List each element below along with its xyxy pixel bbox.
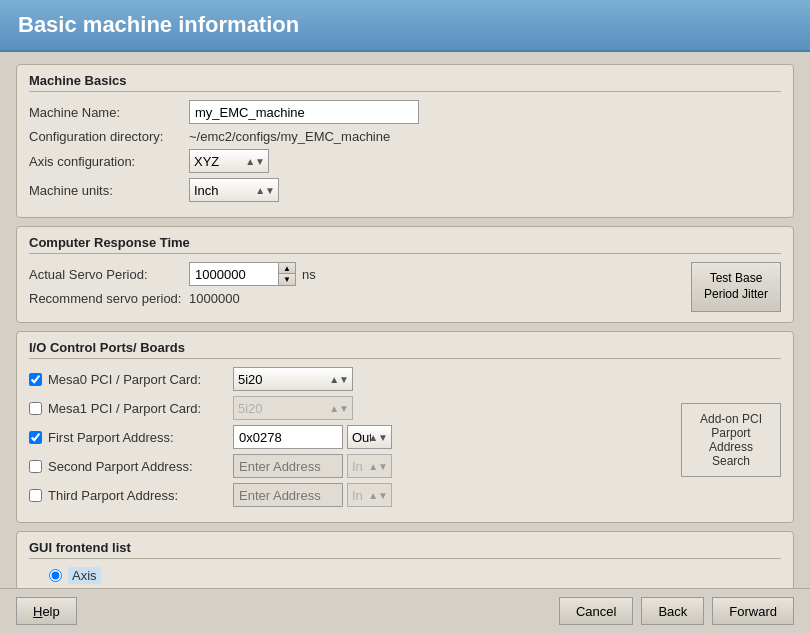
help-label-rest: elp <box>42 604 59 619</box>
machine-units-select[interactable]: Inch mm <box>189 178 279 202</box>
io-control-title: I/O Control Ports/ Boards <box>29 340 781 359</box>
ns-label: ns <box>302 267 316 282</box>
machine-basics-title: Machine Basics <box>29 73 781 92</box>
addon-pci-button[interactable]: Add-on PCIParportAddressSearch <box>681 403 781 477</box>
axis-config-label: Axis configuration: <box>29 154 189 169</box>
first-parport-direction-container: Out In ▲▼ <box>347 425 392 449</box>
machine-units-label: Machine units: <box>29 183 189 198</box>
first-parport-direction-select-container: Out In ▲▼ <box>347 425 392 449</box>
io-control-section: I/O Control Ports/ Boards Mesa0 PCI / Pa… <box>16 331 794 523</box>
machine-name-row: Machine Name: <box>29 100 781 124</box>
actual-servo-spinner-buttons: ▲ ▼ <box>279 262 296 286</box>
mesa0-select-container: 5i20 7i43 5i23 ▲▼ <box>233 367 353 391</box>
back-button[interactable]: Back <box>641 597 704 625</box>
second-parport-checkbox[interactable] <box>29 460 42 473</box>
mesa1-select[interactable]: 5i20 7i43 <box>233 396 353 420</box>
io-section-inner: Mesa0 PCI / Parport Card: 5i20 7i43 5i23… <box>29 367 781 512</box>
back-label: Back <box>658 604 687 619</box>
recommend-servo-value: 1000000 <box>189 291 240 306</box>
second-parport-row: Second Parport Address: In Out ▲▼ <box>29 454 671 478</box>
first-parport-checkbox[interactable] <box>29 431 42 444</box>
bottom-right-buttons: Cancel Back Forward <box>559 597 794 625</box>
computer-response-left: Actual Servo Period: ▲ ▼ ns Recommend se… <box>29 262 691 311</box>
config-dir-label: Configuration directory: <box>29 129 189 144</box>
recommend-servo-label: Recommend servo period: <box>29 291 189 306</box>
title-bar: Basic machine information <box>0 0 810 52</box>
computer-response-title: Computer Response Time <box>29 235 781 254</box>
third-parport-direction-select[interactable]: In Out <box>347 483 392 507</box>
first-parport-address-input[interactable] <box>233 425 343 449</box>
axis-config-select[interactable]: XYZ XYZA XZ XYZU <box>189 149 269 173</box>
page-title: Basic machine information <box>18 12 299 37</box>
mesa1-row: Mesa1 PCI / Parport Card: 5i20 7i43 ▲▼ <box>29 396 671 420</box>
cancel-label: Cancel <box>576 604 616 619</box>
third-parport-direction-select-container: In Out ▲▼ <box>347 483 392 507</box>
first-parport-row: First Parport Address: Out In ▲▼ <box>29 425 671 449</box>
third-parport-direction-container: In Out ▲▼ <box>347 483 392 507</box>
forward-label: Forward <box>729 604 777 619</box>
second-parport-direction-container: In Out ▲▼ <box>347 454 392 478</box>
second-parport-address-input[interactable] <box>233 454 343 478</box>
gui-frontend-title: GUI frontend list <box>29 540 781 559</box>
addon-pci-label: Add-on PCIParportAddressSearch <box>700 412 762 468</box>
recommend-servo-row: Recommend servo period: 1000000 <box>29 291 691 306</box>
mesa1-label: Mesa1 PCI / Parport Card: <box>48 401 233 416</box>
actual-servo-input[interactable] <box>189 262 279 286</box>
io-section-left: Mesa0 PCI / Parport Card: 5i20 7i43 5i23… <box>29 367 671 512</box>
mesa0-checkbox[interactable] <box>29 373 42 386</box>
first-parport-direction-select[interactable]: Out In <box>347 425 392 449</box>
gui-frontend-section: GUI frontend list Axis TKemc Mini Touchy <box>16 531 794 588</box>
machine-basics-section: Machine Basics Machine Name: Configurati… <box>16 64 794 218</box>
third-parport-label: Third Parport Address: <box>48 488 233 503</box>
gui-axis-radio[interactable] <box>49 569 62 582</box>
actual-servo-row: Actual Servo Period: ▲ ▼ ns <box>29 262 691 286</box>
gui-axis-row: Axis <box>49 567 781 584</box>
third-parport-checkbox[interactable] <box>29 489 42 502</box>
computer-response-section: Computer Response Time Actual Servo Peri… <box>16 226 794 323</box>
first-parport-label: First Parport Address: <box>48 430 233 445</box>
third-parport-row: Third Parport Address: In Out ▲▼ <box>29 483 671 507</box>
mesa0-row: Mesa0 PCI / Parport Card: 5i20 7i43 5i23… <box>29 367 671 391</box>
axis-config-row: Axis configuration: XYZ XYZA XZ XYZU ▲▼ <box>29 149 781 173</box>
machine-name-input[interactable] <box>189 100 419 124</box>
machine-name-label: Machine Name: <box>29 105 189 120</box>
gui-frontend-radio-group: Axis TKemc Mini Touchy <box>29 567 781 588</box>
axis-config-select-container: XYZ XYZA XZ XYZU ▲▼ <box>189 149 269 173</box>
machine-units-row: Machine units: Inch mm ▲▼ <box>29 178 781 202</box>
actual-servo-up-button[interactable]: ▲ <box>279 263 295 274</box>
cancel-button[interactable]: Cancel <box>559 597 633 625</box>
mesa1-select-container: 5i20 7i43 ▲▼ <box>233 396 353 420</box>
bottom-bar: Help Cancel Back Forward <box>0 588 810 633</box>
mesa0-label: Mesa0 PCI / Parport Card: <box>48 372 233 387</box>
mesa1-checkbox[interactable] <box>29 402 42 415</box>
main-content: Machine Basics Machine Name: Configurati… <box>0 52 810 588</box>
second-parport-label: Second Parport Address: <box>48 459 233 474</box>
mesa0-select[interactable]: 5i20 7i43 5i23 <box>233 367 353 391</box>
third-parport-address-input[interactable] <box>233 483 343 507</box>
config-dir-row: Configuration directory: ~/emc2/configs/… <box>29 129 781 144</box>
second-parport-direction-select[interactable]: In Out <box>347 454 392 478</box>
actual-servo-spinner: ▲ ▼ ns <box>189 262 316 286</box>
actual-servo-label: Actual Servo Period: <box>29 267 189 282</box>
actual-servo-down-button[interactable]: ▼ <box>279 274 295 285</box>
help-label: H <box>33 604 42 619</box>
computer-response-inner: Actual Servo Period: ▲ ▼ ns Recommend se… <box>29 262 781 312</box>
second-parport-direction-select-container: In Out ▲▼ <box>347 454 392 478</box>
test-base-period-button[interactable]: Test BasePeriod Jitter <box>691 262 781 312</box>
help-button[interactable]: Help <box>16 597 77 625</box>
machine-units-select-container: Inch mm ▲▼ <box>189 178 279 202</box>
forward-button[interactable]: Forward <box>712 597 794 625</box>
gui-axis-label: Axis <box>68 567 101 584</box>
config-dir-value: ~/emc2/configs/my_EMC_machine <box>189 129 390 144</box>
